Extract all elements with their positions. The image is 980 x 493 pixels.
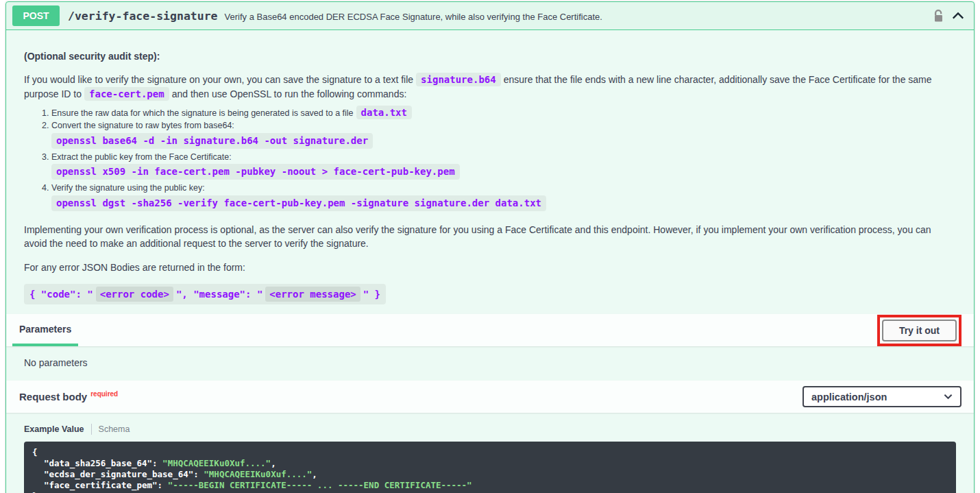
request-body-title: Request bodyrequired bbox=[12, 391, 118, 402]
chevron-up-icon bbox=[952, 12, 964, 20]
error-code-placeholder: <error code> bbox=[96, 287, 173, 302]
endpoint-summary-text: Verify a Base64 encoded DER ECDSA Face S… bbox=[225, 10, 933, 22]
content-type-dropdown[interactable]: application/json bbox=[803, 386, 961, 407]
json-row: "ecdsa_der_signature_base_64": "MHQCAQEE… bbox=[32, 469, 317, 479]
instruction-step: Verify the signature using the public ke… bbox=[51, 182, 956, 213]
example-tabs: Example Value Schema bbox=[24, 424, 956, 435]
request-body-section-header: Request bodyrequired application/json bbox=[6, 381, 974, 413]
instruction-step: Convert the signature to raw bytes from … bbox=[51, 120, 956, 151]
json-row: "data_sha256_base_64": "MHQCAQEEIKu0Xuf.… bbox=[32, 458, 276, 468]
error-json-chip: { "code": "<error code>", "message": "<e… bbox=[24, 284, 386, 304]
instruction-step: Extract the public key from the Face Cer… bbox=[51, 152, 956, 182]
chevron-down-icon bbox=[944, 394, 953, 400]
description-note: Implementing your own verification proce… bbox=[24, 223, 956, 251]
auth-lock-button[interactable] bbox=[933, 10, 944, 23]
openssl-command-chip: openssl dgst -sha256 -verify face-cert-p… bbox=[51, 195, 546, 211]
tab-example-value[interactable]: Example Value bbox=[24, 424, 84, 434]
error-format-line: { "code": "<error code>", "message": "<e… bbox=[24, 284, 956, 304]
required-badge: required bbox=[90, 390, 118, 398]
parameters-title: Parameters bbox=[12, 314, 78, 346]
try-it-out-button[interactable]: Try it out bbox=[882, 320, 957, 341]
tab-divider bbox=[91, 424, 92, 435]
filename-code-chip: data.txt bbox=[356, 106, 412, 119]
error-format-intro: For any error JSON Bodies are returned i… bbox=[24, 261, 956, 274]
operation-summary-bar[interactable]: POST /verify-face-signature Verify a Bas… bbox=[6, 2, 974, 30]
error-message-placeholder: <error message> bbox=[265, 287, 360, 302]
operation-description: (Optional security audit step): If you w… bbox=[6, 30, 974, 314]
tab-schema[interactable]: Schema bbox=[99, 424, 130, 434]
content-type-value: application/json bbox=[811, 392, 887, 402]
operation-block-post: POST /verify-face-signature Verify a Bas… bbox=[5, 1, 975, 493]
annotation-highlight: Try it out bbox=[877, 315, 961, 346]
endpoint-path: /verify-face-signature bbox=[68, 10, 218, 23]
collapse-operation-button[interactable] bbox=[952, 12, 964, 20]
request-body-example-section: Example Value Schema { "data_sha256_base… bbox=[6, 413, 974, 493]
description-intro: If you would like to verify the signatur… bbox=[24, 73, 956, 101]
description-heading: (Optional security audit step): bbox=[24, 49, 956, 63]
unlocked-icon bbox=[933, 10, 944, 23]
parameters-section-header: Parameters Try it out bbox=[6, 314, 974, 346]
operation-body: (Optional security audit step): If you w… bbox=[6, 30, 974, 493]
openssl-command-chip: openssl base64 -d -in signature.b64 -out… bbox=[51, 133, 373, 149]
openssl-command-chip: openssl x509 -in face-cert.pem -pubkey -… bbox=[51, 164, 460, 180]
method-badge: POST bbox=[12, 5, 60, 26]
swagger-page: POST /verify-face-signature Verify a Bas… bbox=[0, 0, 980, 493]
filename-code-chip: signature.b64 bbox=[416, 73, 501, 86]
filename-code-chip: face-cert.pem bbox=[84, 87, 169, 101]
example-json-block: { "data_sha256_base_64": "MHQCAQEEIKu0Xu… bbox=[24, 442, 956, 493]
parameters-empty-section: No parameters bbox=[6, 346, 974, 381]
instruction-step: Ensure the raw data for which the signat… bbox=[51, 106, 956, 119]
instruction-steps-list: Ensure the raw data for which the signat… bbox=[24, 106, 956, 213]
json-row: "face_certificate_pem": "-----BEGIN CERT… bbox=[32, 480, 472, 490]
no-parameters-text: No parameters bbox=[24, 357, 956, 368]
